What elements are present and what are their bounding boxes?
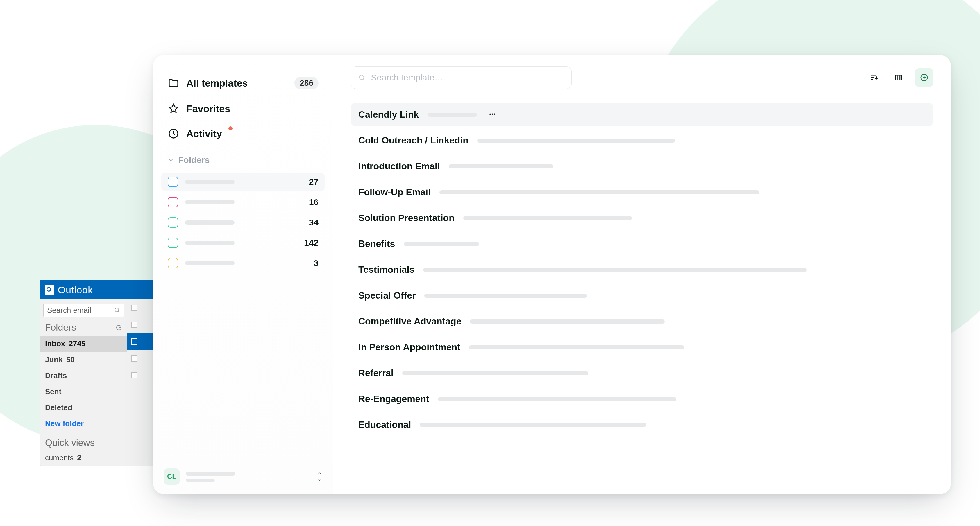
sidebar-section-label: Folders bbox=[178, 155, 210, 165]
clock-icon bbox=[168, 128, 179, 140]
checkbox-icon[interactable] bbox=[131, 321, 137, 328]
template-preview-placeholder bbox=[402, 371, 588, 375]
template-row[interactable]: Follow-Up Email bbox=[351, 180, 934, 204]
template-list: Calendly LinkCold Outreach / LinkedinInt… bbox=[351, 103, 934, 437]
svg-point-8 bbox=[492, 114, 493, 115]
template-preview-placeholder bbox=[477, 138, 675, 143]
template-row[interactable]: Benefits bbox=[351, 232, 934, 256]
sidebar-count-badge: 286 bbox=[294, 77, 318, 89]
folder-count: 142 bbox=[304, 238, 318, 248]
folder-name-placeholder bbox=[185, 180, 234, 184]
outlook-folder-item[interactable]: New folder bbox=[40, 416, 127, 432]
outlook-folder-item[interactable]: Deleted bbox=[40, 400, 127, 416]
template-row[interactable]: Referral bbox=[351, 361, 934, 385]
sidebar-item-activity[interactable]: Activity bbox=[161, 122, 325, 145]
template-preview-placeholder bbox=[449, 164, 554, 168]
outlook-quick-views-label: Quick views bbox=[40, 432, 127, 450]
outlook-folder-count: 2745 bbox=[68, 339, 86, 348]
template-title: Solution Presentation bbox=[358, 213, 455, 223]
avatar: CL bbox=[164, 469, 180, 485]
template-title: Benefits bbox=[358, 238, 395, 249]
template-row[interactable]: Special Offer bbox=[351, 284, 934, 307]
folder-item[interactable]: 27 bbox=[161, 173, 325, 191]
folder-item[interactable]: 16 bbox=[161, 193, 325, 211]
outlook-folder-item[interactable]: Inbox2745 bbox=[40, 336, 127, 352]
folder-count: 3 bbox=[313, 258, 318, 268]
sidebar-item-favorites[interactable]: Favorites bbox=[161, 98, 325, 120]
outlook-folders-label: Folders bbox=[45, 322, 76, 333]
profile-name-placeholder bbox=[186, 472, 235, 482]
folder-item[interactable]: 34 bbox=[161, 213, 325, 232]
template-row[interactable]: Calendly Link bbox=[351, 103, 934, 126]
svg-rect-4 bbox=[898, 75, 899, 80]
outlook-brand: Outlook bbox=[58, 284, 93, 296]
outlook-folder-label: Drafts bbox=[45, 371, 67, 380]
template-row[interactable]: Competitive Advantage bbox=[351, 310, 934, 333]
outlook-quick-label: cuments bbox=[45, 453, 73, 462]
template-preview-placeholder bbox=[423, 268, 807, 272]
sidebar-item-label: All templates bbox=[186, 78, 248, 89]
template-title: Special Offer bbox=[358, 290, 415, 301]
outlook-folders-header: Folders bbox=[40, 321, 127, 336]
outlook-folder-item[interactable]: Junk50 bbox=[40, 352, 127, 368]
sidebar: All templates 286 Favorites Activity Fol… bbox=[153, 55, 333, 494]
outlook-quick-count: 2 bbox=[77, 453, 81, 462]
view-columns-button[interactable] bbox=[891, 70, 907, 86]
checkbox-icon[interactable] bbox=[131, 372, 137, 378]
profile-switcher[interactable]: CL bbox=[161, 467, 325, 486]
sidebar-item-label: Favorites bbox=[186, 103, 230, 114]
search-box[interactable] bbox=[351, 66, 572, 89]
sort-icon bbox=[870, 73, 878, 82]
outlook-folder-label: Inbox bbox=[45, 339, 65, 348]
sort-button[interactable] bbox=[866, 70, 882, 86]
template-title: Calendly Link bbox=[358, 109, 419, 120]
folder-item[interactable]: 142 bbox=[161, 234, 325, 252]
template-preview-placeholder bbox=[420, 423, 646, 427]
checkbox-icon[interactable] bbox=[131, 338, 137, 345]
template-title: In Person Appointment bbox=[358, 342, 460, 353]
sidebar-item-all-templates[interactable]: All templates 286 bbox=[161, 72, 325, 95]
template-row[interactable]: Re-Engagement bbox=[351, 387, 934, 411]
checkbox-icon[interactable] bbox=[131, 355, 137, 362]
svg-point-9 bbox=[494, 114, 495, 115]
search-input[interactable] bbox=[370, 72, 565, 83]
svg-rect-5 bbox=[900, 75, 902, 80]
template-title: Cold Outreach / Linkedin bbox=[358, 135, 468, 146]
sidebar-item-label: Activity bbox=[186, 128, 222, 140]
outlook-sidebar: Search email Folders Inbox2745Junk50Draf… bbox=[40, 299, 127, 466]
template-preview-placeholder bbox=[424, 294, 587, 298]
folder-name-placeholder bbox=[185, 261, 234, 265]
chevron-down-icon bbox=[168, 157, 174, 163]
outlook-folder-item[interactable]: Drafts bbox=[40, 368, 127, 384]
template-row[interactable]: In Person Appointment bbox=[351, 335, 934, 359]
outlook-folder-label: Junk bbox=[45, 355, 63, 364]
template-title: Introduction Email bbox=[358, 161, 440, 172]
template-row[interactable]: Solution Presentation bbox=[351, 206, 934, 230]
template-row[interactable]: Educational bbox=[351, 413, 934, 437]
template-row[interactable]: Cold Outreach / Linkedin bbox=[351, 129, 934, 152]
template-title: Follow-Up Email bbox=[358, 187, 431, 197]
folder-count: 27 bbox=[309, 177, 318, 187]
outlook-quick-item[interactable]: cuments2 bbox=[40, 450, 127, 466]
add-template-button[interactable] bbox=[915, 68, 934, 87]
folder-item[interactable]: 3 bbox=[161, 254, 325, 272]
outlook-logo-icon bbox=[45, 285, 54, 294]
folder-icon bbox=[168, 77, 179, 89]
outlook-folder-label: Deleted bbox=[45, 403, 72, 412]
refresh-icon[interactable] bbox=[115, 324, 123, 331]
template-row[interactable]: Introduction Email bbox=[351, 154, 934, 178]
outlook-search[interactable]: Search email bbox=[43, 304, 124, 317]
outlook-folder-count: 50 bbox=[66, 355, 75, 364]
svg-point-0 bbox=[115, 308, 119, 312]
outlook-folder-item[interactable]: Sent bbox=[40, 384, 127, 400]
folder-color-swatch bbox=[168, 197, 178, 207]
main-panel: Calendly LinkCold Outreach / LinkedinInt… bbox=[333, 55, 951, 494]
checkbox-icon[interactable] bbox=[131, 305, 137, 311]
folder-list: 2716341423 bbox=[161, 173, 325, 272]
folder-color-swatch bbox=[168, 238, 178, 248]
sidebar-section-folders[interactable]: Folders bbox=[161, 148, 325, 168]
more-button[interactable] bbox=[488, 110, 496, 119]
template-row[interactable]: Testimonials bbox=[351, 258, 934, 281]
template-preview-placeholder bbox=[463, 216, 632, 220]
columns-icon bbox=[894, 73, 903, 82]
